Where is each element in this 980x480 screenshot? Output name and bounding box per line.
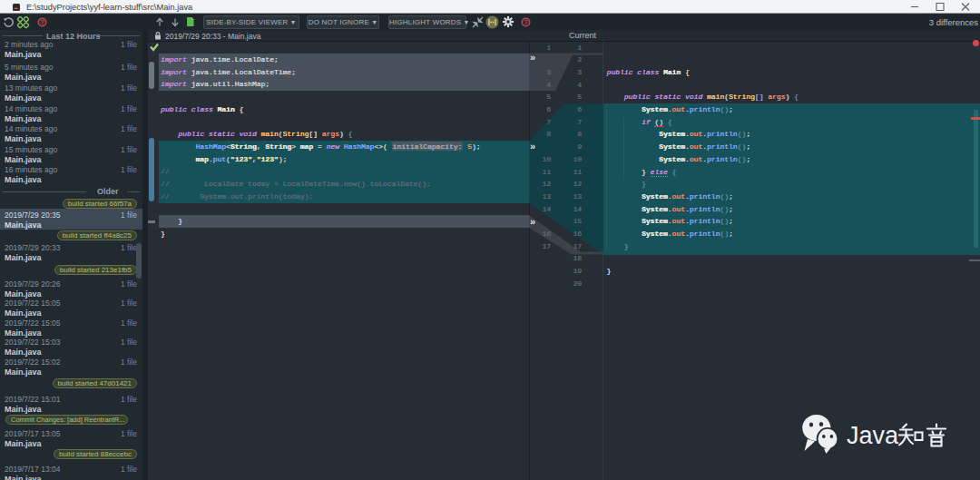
svg-text:?: ? [41,19,44,25]
svg-text:?: ? [524,19,528,25]
